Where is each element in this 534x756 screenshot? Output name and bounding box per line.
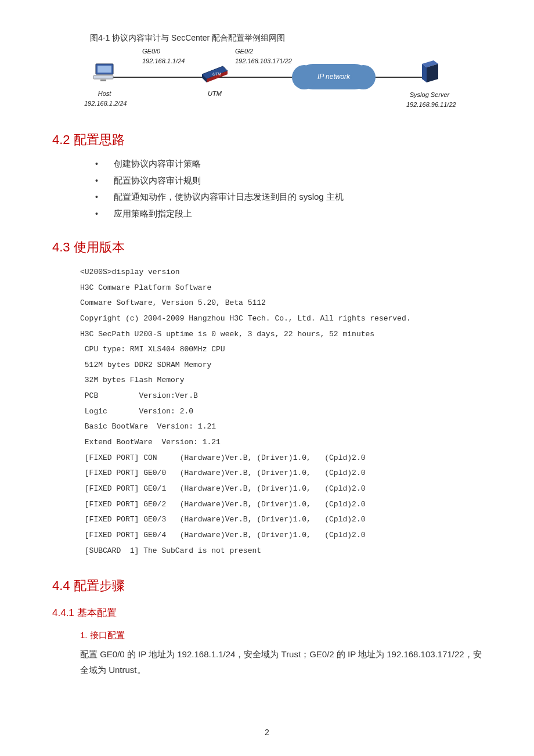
interface-config-heading: 1. 接口配置 [80,629,482,642]
cloud-node: IP network [299,64,369,89]
section-4-4-1-heading: 4.4.1 基本配置 [52,606,482,621]
config-ideas-list: 创建协议内容审计策略 配置协议内容审计规则 配置通知动作，使协议内容审计日志发送… [87,157,482,220]
list-item: 配置通知动作，使协议内容审计日志发送到目的 syslog 主机 [87,190,482,204]
host-icon [92,63,117,82]
interface-config-paragraph: 配置 GE0/0 的 IP 地址为 192.168.1.1/24，安全域为 Tr… [80,646,482,678]
section-4-3-heading: 4.3 使用版本 [52,237,482,257]
cloud-icon: IP network [299,64,369,89]
list-item: 创建协议内容审计策略 [87,157,482,171]
version-output: <U200S>display version H3C Comware Platf… [80,265,482,559]
ge02-label: GE0/2 192.168.103.171/22 [235,46,292,66]
section-4-4-heading: 4.4 配置步骤 [52,576,482,595]
ge00-label: GE0/0 192.168.1.1/24 [142,46,185,66]
utm-icon: UTM [200,63,230,82]
list-item: 应用策略到指定段上 [87,207,482,221]
list-item: 配置协议内容审计规则 [87,174,482,188]
diagram-link-line [102,77,427,78]
svg-rect-3 [100,80,106,81]
page-number: 2 [0,726,534,739]
svg-rect-1 [98,66,111,73]
svg-text:UTM: UTM [212,72,221,76]
section-4-2-heading: 4.2 配置思路 [52,130,482,149]
server-icon [418,59,441,84]
utm-node: UTM UTM [194,63,235,99]
server-node: Syslog Server 192.168.96.11/22 [406,59,453,109]
figure-caption: 图4-1 协议内容审计与 SecCenter 配合配置举例组网图 [90,32,482,44]
network-diagram: GE0/0 192.168.1.1/24 GE0/2 192.168.103.1… [84,49,444,113]
svg-rect-2 [93,75,113,79]
host-node: Host 192.168.1.2/24 [84,63,125,108]
